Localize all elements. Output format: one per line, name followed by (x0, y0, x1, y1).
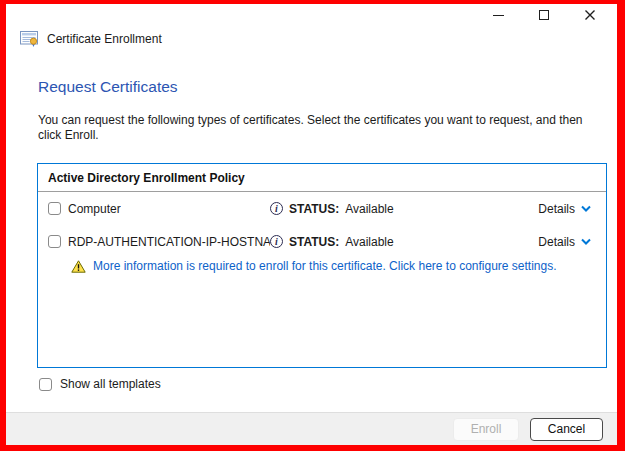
status-label: STATUS: (289, 202, 339, 216)
info-icon: i (270, 202, 283, 215)
cancel-button[interactable]: Cancel (530, 418, 603, 441)
chevron-down-icon (581, 238, 591, 245)
template-label-cell: Computer (48, 202, 270, 216)
status-group: STATUS:Available (283, 235, 394, 249)
app-header: Certificate Enrollment (20, 31, 617, 47)
rdp-checkbox[interactable] (48, 235, 61, 248)
screenshot-frame: { "header": { "app_title": "Certificate … (0, 0, 625, 451)
minimize-button[interactable] (475, 5, 521, 25)
details-label: Details (538, 202, 575, 216)
chevron-down-icon (581, 205, 591, 212)
page-title: Request Certificates (38, 78, 617, 96)
enroll-button[interactable]: Enroll (453, 418, 519, 441)
template-name: RDP-AUTHENTICATION-IP-HOSTNAME-SS (68, 235, 270, 249)
close-icon (584, 9, 596, 21)
show-all-templates-option: Show all templates (39, 377, 161, 391)
certificate-enrollment-window: Certificate Enrollment Request Certifica… (6, 4, 617, 445)
maximize-icon (539, 10, 549, 20)
info-icon: i (270, 235, 283, 248)
status-value: Available (345, 202, 393, 216)
computer-checkbox[interactable] (48, 202, 61, 215)
details-dropdown-rdp[interactable]: Details (538, 235, 591, 249)
footer-bar: Enroll Cancel (6, 412, 617, 445)
details-dropdown-computer[interactable]: Details (538, 202, 591, 216)
status-group: STATUS:Available (283, 202, 394, 216)
template-label-cell: RDP-AUTHENTICATION-IP-HOSTNAME-SS (48, 235, 270, 249)
template-row-computer: Computer i STATUS:Available Details (38, 192, 606, 225)
window-controls (475, 5, 613, 25)
configure-settings-link-row[interactable]: More information is required to enroll f… (71, 259, 606, 273)
template-row-rdp: RDP-AUTHENTICATION-IP-HOSTNAME-SS i STAT… (38, 225, 606, 258)
policy-group-title: Active Directory Enrollment Policy (38, 164, 606, 192)
template-name: Computer (68, 202, 121, 216)
status-label: STATUS: (289, 235, 339, 249)
enrollment-policy-box: Active Directory Enrollment Policy Compu… (37, 163, 607, 368)
close-button[interactable] (567, 5, 613, 25)
show-all-templates-label: Show all templates (60, 377, 161, 391)
configure-settings-link[interactable]: More information is required to enroll f… (93, 259, 557, 273)
minimize-icon (493, 15, 504, 16)
app-title: Certificate Enrollment (47, 32, 162, 46)
details-label: Details (538, 235, 575, 249)
show-all-templates-checkbox[interactable] (39, 378, 52, 391)
maximize-button[interactable] (521, 5, 567, 25)
status-value: Available (345, 235, 393, 249)
certificate-icon (20, 31, 39, 47)
page-description: You can request the following types of c… (38, 113, 594, 143)
warning-icon (71, 260, 86, 273)
